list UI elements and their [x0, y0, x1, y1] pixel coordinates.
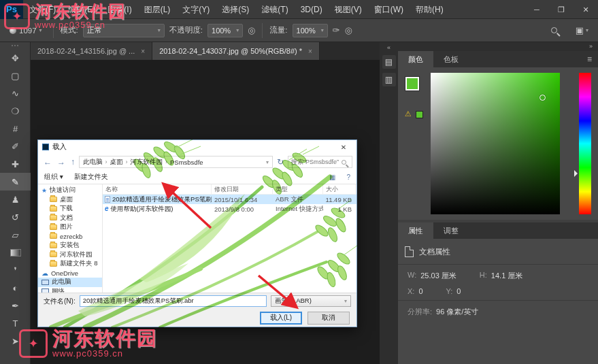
color-picker-marker[interactable] — [539, 95, 546, 101]
menu-3d[interactable]: 3D(D) — [295, 0, 329, 19]
collapse-panels-icon[interactable]: » — [589, 43, 593, 50]
blur-tool[interactable]: ❜ — [0, 261, 31, 279]
close-button[interactable]: ✕ — [574, 0, 598, 19]
workspace-switcher[interactable]: ▣ ▾ — [576, 25, 588, 35]
dialog-titlebar[interactable]: 载入 ✕ — [38, 140, 356, 154]
file-row[interactable]: e使用帮助(河东软件园) 2013/9/8 0:00 Internet 快捷方式… — [103, 204, 356, 214]
up-button[interactable]: ↑ — [69, 157, 76, 167]
tab-swatches[interactable]: 色板 — [433, 51, 469, 67]
menu-file[interactable]: 文件(F) — [23, 0, 62, 19]
sidebar-item-network[interactable]: 网络 — [38, 287, 102, 293]
menu-help[interactable]: 帮助(H) — [410, 0, 450, 19]
back-button[interactable]: ← — [42, 157, 53, 167]
tab-color[interactable]: 颜色 — [398, 51, 433, 67]
spot-healing-brush-tool[interactable]: ✚ — [0, 155, 31, 173]
hue-slider[interactable] — [579, 73, 591, 214]
sidebar-item-installer[interactable]: 安装包 — [38, 241, 102, 250]
forward-button[interactable]: → — [56, 157, 67, 167]
quick-selection-tool[interactable]: ❍ — [0, 102, 31, 120]
photoshop-logo[interactable]: Ps — [0, 0, 23, 19]
sidebar-item-ezreckb[interactable]: ezreckb — [38, 232, 102, 242]
file-row[interactable]: 20款精选通用手绘麦穗效果PS笔刷.abr 2015/10/1 6:34 ABR… — [103, 195, 356, 204]
menu-layer[interactable]: 图层(L) — [138, 0, 177, 19]
minimize-button[interactable]: ─ — [525, 0, 549, 19]
tab-properties[interactable]: 属性 — [398, 222, 433, 239]
column-size[interactable]: 大小 — [323, 184, 356, 194]
chevron-down-icon[interactable]: ▾ — [266, 159, 269, 165]
eraser-tool[interactable]: ▱ — [0, 226, 31, 244]
new-folder-button[interactable]: 新建文件夹 — [74, 172, 108, 182]
document-tab-2[interactable]: 2018-02-24_143037.jpg @ 50%(RGB/8#) * × — [152, 42, 320, 60]
tab-adjustments[interactable]: 调整 — [433, 222, 469, 239]
breadcrumb[interactable]: 此电脑 › 桌面 › 河东软件园 › PSmsbsdfe ▾ — [79, 156, 273, 168]
brush-presets-panel-icon[interactable]: ▥ — [382, 73, 396, 86]
crop-tool[interactable]: # — [0, 120, 31, 137]
restore-button[interactable]: ❐ — [549, 0, 574, 19]
path-selection-tool[interactable]: ➤ — [0, 332, 31, 350]
column-name[interactable]: 名称 — [103, 184, 212, 194]
sidebar-item-pictures[interactable]: 图片 — [38, 222, 102, 232]
column-date-modified[interactable]: 修改日期 — [212, 184, 273, 194]
sidebar-item-new-folder-8[interactable]: 新建文件夹 8 — [38, 259, 102, 269]
load-button[interactable]: 载入(L) — [260, 312, 302, 325]
menu-view[interactable]: 视图(V) — [329, 0, 368, 19]
filetype-select[interactable]: 画笔 (*.ABR) ▾ — [271, 295, 351, 307]
brush-tool[interactable]: ✎ — [0, 173, 31, 191]
pressure-opacity-icon[interactable]: ◎ — [248, 25, 255, 35]
clone-stamp-tool[interactable]: ♟ — [0, 191, 31, 208]
search-icon[interactable] — [551, 27, 557, 33]
sidebar-item-desktop[interactable]: 桌面 — [38, 195, 102, 205]
view-options-icon[interactable]: ▦ — [329, 173, 335, 181]
toolstrip-grip[interactable] — [0, 42, 30, 49]
opacity-select[interactable]: 100% ▾ — [207, 24, 243, 37]
lasso-tool[interactable]: ∿ — [0, 84, 31, 102]
breadcrumb-item[interactable]: 桌面 — [110, 158, 123, 167]
breadcrumb-item[interactable]: PSmsbsdfe — [170, 159, 203, 166]
menu-select[interactable]: 选择(S) — [216, 0, 255, 19]
hue-slider-marker[interactable] — [574, 170, 581, 177]
search-input[interactable]: 搜索“PSmsbsdfe” — [288, 156, 352, 168]
history-brush-tool[interactable]: ↺ — [0, 208, 31, 226]
menu-type[interactable]: 文字(Y) — [176, 0, 216, 19]
move-tool[interactable]: ✥ — [0, 49, 31, 67]
menu-filter[interactable]: 滤镜(T) — [255, 0, 294, 19]
breadcrumb-item[interactable]: 此电脑 — [83, 158, 103, 167]
menu-window[interactable]: 窗口(W) — [368, 0, 410, 19]
menu-edit[interactable]: 编辑(E) — [62, 0, 101, 19]
help-icon[interactable]: ? — [346, 173, 350, 181]
pen-tool[interactable]: ✒ — [0, 297, 31, 314]
column-type[interactable]: 类型 — [273, 184, 323, 194]
close-icon[interactable]: × — [308, 48, 312, 55]
pressure-size-icon[interactable]: ◎ — [344, 25, 352, 35]
panel-menu-icon[interactable]: ≡ — [587, 54, 592, 64]
brush-preset-picker[interactable]: 1097 ▾ — [5, 25, 46, 36]
menu-image[interactable]: 图像(I) — [101, 0, 137, 19]
sidebar-item-documents[interactable]: 文档 — [38, 214, 102, 223]
type-tool[interactable]: T — [0, 314, 31, 332]
sidebar-item-downloads[interactable]: 下载 — [38, 204, 102, 214]
organize-button[interactable]: 组织 ▾ — [44, 172, 63, 182]
rectangular-marquee-tool[interactable]: ▢ — [0, 67, 31, 84]
close-icon[interactable]: × — [141, 48, 145, 55]
foreground-color-swatch[interactable] — [405, 77, 419, 90]
sidebar-item-hedong[interactable]: 河东软件园 — [38, 250, 102, 260]
refresh-button[interactable]: ↻ — [276, 157, 285, 167]
gamut-warning-icon[interactable]: ⚠ — [405, 110, 412, 118]
sidebar-item-onedrive[interactable]: ☁OneDrive — [38, 269, 102, 278]
gradient-tool[interactable] — [0, 244, 31, 261]
airbrush-icon[interactable]: ✑ — [333, 25, 340, 35]
breadcrumb-item[interactable]: 河东软件园 — [131, 158, 163, 167]
flow-select[interactable]: 100% ▾ — [293, 24, 328, 37]
blend-mode-select[interactable]: 正常 ▾ — [83, 24, 165, 37]
dodge-tool[interactable]: ◐ — [0, 279, 31, 297]
color-field[interactable] — [431, 73, 560, 214]
cancel-button[interactable]: 取消 — [308, 312, 350, 325]
expand-panels-icon[interactable]: « — [380, 42, 398, 51]
eyedropper-tool[interactable]: ✐ — [0, 137, 31, 155]
sidebar-item-quick-access[interactable]: ★快速访问 — [38, 186, 102, 195]
filename-input[interactable]: 20款精选通用手绘麦穗效果PS笔刷.abr — [80, 295, 267, 307]
document-tab-1[interactable]: 2018-02-24_143156.jpg @ ... × — [31, 42, 152, 60]
close-icon[interactable]: ✕ — [335, 144, 352, 151]
brush-settings-panel-icon[interactable]: ▤ — [382, 55, 396, 69]
sidebar-item-this-pc[interactable]: 此电脑 — [38, 278, 102, 287]
